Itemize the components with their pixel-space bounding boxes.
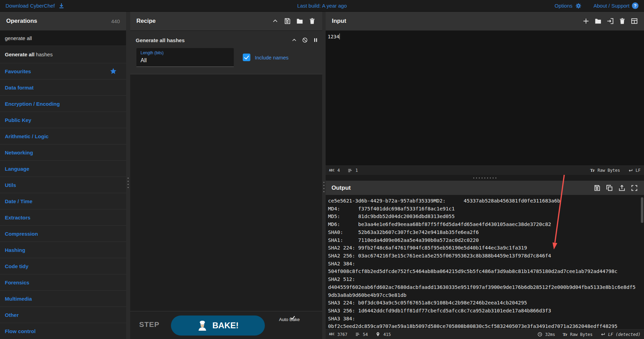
input-eol[interactable]: LF [636, 168, 641, 173]
input-encoding[interactable]: Raw Bytes [598, 168, 620, 173]
category-label: Code tidy [5, 263, 28, 269]
include-names-label: Include names [255, 55, 289, 60]
top-banner: Download CyberChef Last build: A year ag… [0, 0, 644, 12]
operations-header: Operations 440 [0, 12, 126, 31]
download-cyberchef-link[interactable]: Download CyberChef [6, 2, 65, 9]
output-textarea[interactable]: ce5e5621-3d6b-4429-b72a-957abf35339MD2: … [326, 195, 644, 329]
output-line: SHA3 224: b0f3dc043a9c5c05f67651a8c9108b… [328, 299, 644, 307]
category-other[interactable]: Other [0, 307, 126, 323]
download-cyberchef-label: Download CyberChef [6, 3, 55, 9]
collapse-args-icon[interactable] [291, 37, 297, 43]
last-build-status: Last build: A year ago [0, 3, 644, 9]
length-bits-label: Length (bits) [141, 50, 230, 55]
output-bake-time: 32ms [545, 332, 555, 337]
operations-search-row [0, 31, 126, 46]
split-view-icon[interactable] [631, 17, 638, 25]
disable-operation-icon[interactable] [302, 37, 308, 43]
about-support-button[interactable]: About / Support ? [594, 2, 638, 9]
output-line: ce5e5621-3d6b-4429-b72a-957abf35339MD2: … [328, 197, 644, 205]
category-label: Arithmetic / Logic [5, 133, 49, 139]
line-ending-return-icon [600, 332, 605, 337]
input-title: Input [332, 18, 346, 25]
category-label: Utils [5, 182, 16, 188]
character-encoding-icon: Tr [563, 332, 567, 337]
input-status-bar: ABC 4 1 Tr Raw Bytes LF [326, 166, 644, 175]
operation-result-generate-all-hashes[interactable]: Generate all hashes [0, 46, 126, 63]
output-line: SHA2 512: [328, 275, 644, 283]
category-label: Forensics [5, 280, 29, 285]
category-compression[interactable]: Compression [0, 226, 126, 242]
category-extractors[interactable]: Extractors [0, 209, 126, 226]
input-output-resizer[interactable] [326, 175, 644, 181]
output-line: SHA2 224: 99fb2f48c6af4761f904fc85f95eb5… [328, 244, 644, 252]
open-file-folder-icon[interactable] [594, 17, 602, 25]
clear-input-trash-icon[interactable] [618, 17, 626, 25]
help-icon: ? [632, 2, 638, 9]
recipe-list-area[interactable]: Generate all hashes [130, 31, 322, 311]
breakpoint-pause-icon[interactable] [313, 37, 319, 43]
input-header: Input [326, 12, 644, 31]
load-recipe-folder-icon[interactable] [296, 17, 304, 25]
recipe-io-resizer[interactable] [322, 12, 326, 339]
step-button[interactable]: STEP [139, 320, 160, 329]
copy-output-icon[interactable] [606, 184, 613, 192]
category-flow-control[interactable]: Flow control [0, 323, 126, 339]
output-status-bar: ABC 3767 54 415 32ms Tr Raw Bytes [326, 329, 644, 339]
category-label: Extractors [5, 215, 30, 220]
replace-input-with-output-icon[interactable] [618, 184, 626, 192]
output-encoding[interactable]: Raw Bytes [570, 332, 593, 337]
category-label: Hashing [5, 247, 25, 253]
output-cursor-position: 415 [383, 332, 391, 337]
operations-title: Operations [6, 18, 37, 25]
download-icon[interactable] [58, 2, 65, 9]
options-label: Options [555, 3, 573, 9]
category-networking[interactable]: Networking [0, 144, 126, 161]
about-support-label: About / Support [594, 3, 629, 9]
resizer-dots [473, 177, 497, 178]
category-utils[interactable]: Utils [0, 177, 126, 193]
maximize-output-icon[interactable] [631, 184, 638, 192]
category-label: Compression [5, 231, 38, 237]
length-bits-select[interactable]: Length (bits) All [136, 48, 234, 67]
recipe-title: Recipe [136, 18, 156, 25]
input-textarea[interactable]: 1234 [326, 31, 644, 166]
options-button[interactable]: Options [555, 2, 582, 9]
output-text: ce5e5621-3d6b-4429-b72a-957abf35339MD2: … [328, 197, 644, 329]
category-arithmetic-logic[interactable]: Arithmetic / Logic [0, 128, 126, 144]
text-cursor [339, 34, 340, 39]
input-text: 1234 [328, 34, 339, 39]
category-hashing[interactable]: Hashing [0, 242, 126, 258]
category-code-tidy[interactable]: Code tidy [0, 258, 126, 274]
operations-search-input[interactable] [0, 35, 126, 41]
category-public-key[interactable]: Public Key [0, 112, 126, 128]
open-input-import-icon[interactable] [606, 17, 614, 25]
output-line: 504f008c8fcf8b2ed5dfcde752fc5464ab8ba064… [328, 267, 644, 275]
auto-bake-label: Auto Bake [277, 317, 302, 322]
add-input-tab-icon[interactable] [582, 17, 590, 25]
output-eol[interactable]: LF (detected) [608, 332, 641, 337]
include-names-checkbox[interactable] [243, 54, 250, 61]
line-ending-return-icon [628, 168, 633, 173]
recipe-operation-generate-all-hashes[interactable]: Generate all hashes [130, 31, 322, 74]
output-scrollbar-thumb[interactable] [641, 197, 643, 223]
gear-icon [575, 2, 582, 9]
category-label: Date / Time [5, 198, 32, 204]
category-favourites[interactable]: Favourites [0, 63, 126, 79]
output-line: MD5: 81dc9bdb52d04dc20036dbd8313ed055 [328, 213, 644, 220]
bake-button[interactable]: BAKE! [171, 316, 265, 336]
clear-recipe-trash-icon[interactable] [308, 17, 316, 25]
category-label: Data format [5, 85, 33, 91]
category-encryption-encoding[interactable]: Encryption / Encoding [0, 96, 126, 112]
save-output-icon[interactable] [593, 184, 601, 192]
save-recipe-icon[interactable] [283, 17, 291, 25]
line-count-icon [347, 168, 353, 173]
category-data-format[interactable]: Data format [0, 79, 126, 96]
recipe-header: Recipe [130, 12, 322, 31]
category-forensics[interactable]: Forensics [0, 274, 126, 291]
category-multimedia[interactable]: Multimedia [0, 291, 126, 307]
collapse-recipe-icon[interactable] [272, 18, 279, 25]
category-date-time[interactable]: Date / Time [0, 193, 126, 209]
operations-recipe-resizer[interactable] [126, 12, 130, 339]
resizer-dots [128, 178, 129, 188]
category-language[interactable]: Language [0, 161, 126, 177]
